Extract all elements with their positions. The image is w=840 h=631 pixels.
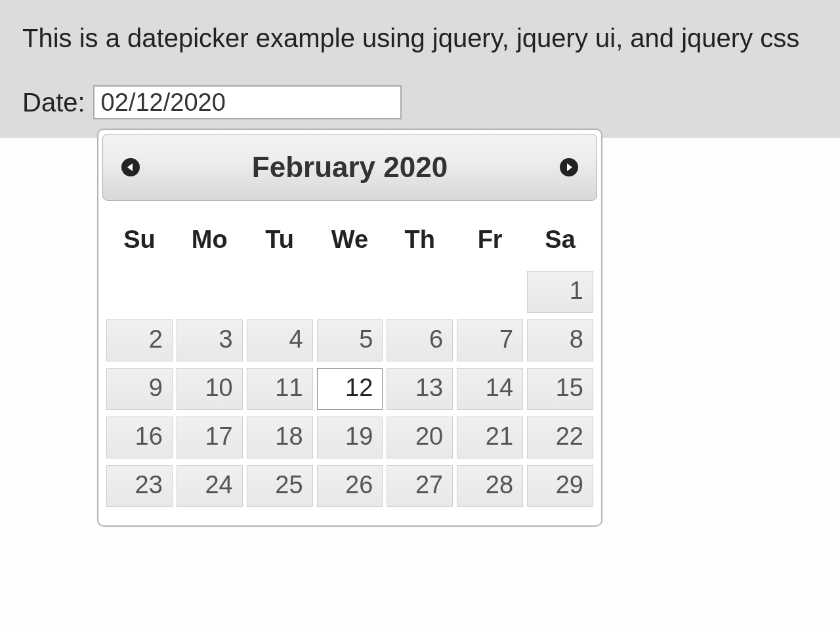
calendar-day-td: 5 (317, 319, 383, 361)
weekday-header: We (317, 222, 383, 264)
calendar-day-cell[interactable]: 20 (387, 417, 453, 458)
calendar-day-cell[interactable]: 23 (106, 465, 173, 507)
calendar-day-td: 10 (177, 368, 243, 410)
calendar-day-cell[interactable]: 2 (106, 319, 173, 361)
calendar-week-row: 2345678 (106, 319, 593, 361)
calendar-day-td: 17 (177, 417, 243, 458)
calendar-day-cell[interactable]: 7 (457, 319, 523, 361)
calendar-day-td: 27 (387, 465, 453, 507)
calendar-day-td: 21 (457, 417, 523, 458)
calendar-day-td: 8 (527, 319, 593, 361)
calendar-day-td: 24 (177, 465, 243, 507)
calendar-day-td: 13 (387, 368, 453, 410)
calendar-day-td: 1 (527, 271, 593, 313)
weekday-header: Th (387, 222, 453, 264)
page-header-band: This is a datepicker example using jquer… (0, 0, 840, 138)
calendar-day-cell[interactable]: 18 (247, 417, 313, 458)
calendar-day-cell[interactable]: 6 (387, 319, 453, 361)
next-month-button[interactable] (560, 158, 578, 176)
calendar-day-td: 14 (457, 368, 523, 410)
calendar-day-td: 28 (457, 465, 523, 507)
calendar-day-cell[interactable]: 12 (317, 368, 383, 410)
prev-month-button[interactable] (121, 158, 140, 176)
calendar-week-row: 1 (106, 271, 593, 313)
calendar-day-td: 7 (457, 319, 523, 361)
calendar-week-row: 9101112131415 (106, 368, 593, 410)
calendar-day-td: 6 (387, 319, 453, 361)
calendar-week-row: 16171819202122 (106, 417, 593, 458)
calendar-day-cell[interactable]: 19 (317, 417, 383, 458)
calendar-empty-cell (106, 271, 173, 313)
calendar-empty-cell (317, 271, 383, 313)
calendar-day-cell[interactable]: 1 (527, 271, 593, 313)
chevron-right-icon (567, 163, 572, 171)
calendar-day-td: 2 (106, 319, 173, 361)
calendar-day-td: 19 (317, 417, 383, 458)
calendar-day-cell[interactable]: 5 (317, 319, 383, 361)
calendar-day-cell[interactable]: 14 (457, 368, 523, 410)
calendar-day-cell[interactable]: 25 (247, 465, 313, 507)
datepicker-weekday-header: SuMoTuWeThFrSa (106, 222, 593, 264)
calendar-day-td: 26 (317, 465, 383, 507)
date-input-row: Date: (22, 85, 818, 119)
calendar-empty-cell (387, 271, 453, 313)
calendar-day-td: 22 (527, 417, 593, 458)
calendar-day-td: 25 (247, 465, 313, 507)
calendar-day-cell[interactable]: 4 (247, 319, 313, 361)
calendar-empty-cell (247, 271, 313, 313)
calendar-day-cell[interactable]: 17 (177, 417, 243, 458)
weekday-header: Fr (457, 222, 523, 264)
calendar-day-td: 12 (317, 368, 383, 410)
date-field-label: Date: (22, 88, 85, 117)
calendar-day-cell[interactable]: 8 (527, 319, 593, 361)
calendar-day-cell[interactable]: 9 (106, 368, 173, 410)
calendar-day-cell[interactable]: 24 (177, 465, 243, 507)
calendar-day-td: 20 (387, 417, 453, 458)
calendar-day-td: 18 (247, 417, 313, 458)
weekday-header: Tu (247, 222, 313, 264)
datepicker-widget: February 2020 SuMoTuWeThFrSa 12345678910… (97, 129, 602, 527)
calendar-day-td: 9 (106, 368, 173, 410)
calendar-empty-cell (457, 271, 523, 313)
weekday-header: Sa (527, 222, 593, 264)
calendar-day-td: 23 (106, 465, 173, 507)
calendar-day-td: 4 (247, 319, 313, 361)
calendar-day-td: 16 (106, 417, 173, 458)
calendar-day-cell[interactable]: 16 (106, 417, 173, 458)
calendar-day-td: 11 (247, 368, 313, 410)
datepicker-header: February 2020 (102, 134, 597, 201)
calendar-day-cell[interactable]: 13 (387, 368, 453, 410)
page-title: This is a datepicker example using jquer… (22, 22, 818, 54)
weekday-header: Su (106, 222, 173, 264)
datepicker-title: February 2020 (252, 151, 448, 184)
calendar-day-td: 15 (527, 368, 593, 410)
calendar-day-cell[interactable]: 21 (457, 417, 523, 458)
calendar-day-cell[interactable]: 10 (177, 368, 243, 410)
calendar-day-cell[interactable]: 3 (177, 319, 243, 361)
calendar-day-cell[interactable]: 15 (527, 368, 593, 410)
calendar-day-cell[interactable]: 28 (457, 465, 523, 507)
calendar-day-cell[interactable]: 26 (317, 465, 383, 507)
calendar-day-td: 29 (527, 465, 593, 507)
calendar-empty-cell (177, 271, 243, 313)
date-input[interactable] (93, 85, 402, 119)
calendar-day-cell[interactable]: 22 (527, 417, 593, 458)
calendar-day-cell[interactable]: 29 (527, 465, 593, 507)
calendar-week-row: 23242526272829 (106, 465, 593, 507)
datepicker-calendar: SuMoTuWeThFrSa 1234567891011121314151617… (102, 215, 597, 514)
weekday-header: Mo (177, 222, 243, 264)
calendar-day-cell[interactable]: 27 (387, 465, 453, 507)
calendar-day-cell[interactable]: 11 (247, 368, 313, 410)
calendar-day-td: 3 (177, 319, 243, 361)
chevron-left-icon (127, 163, 133, 171)
